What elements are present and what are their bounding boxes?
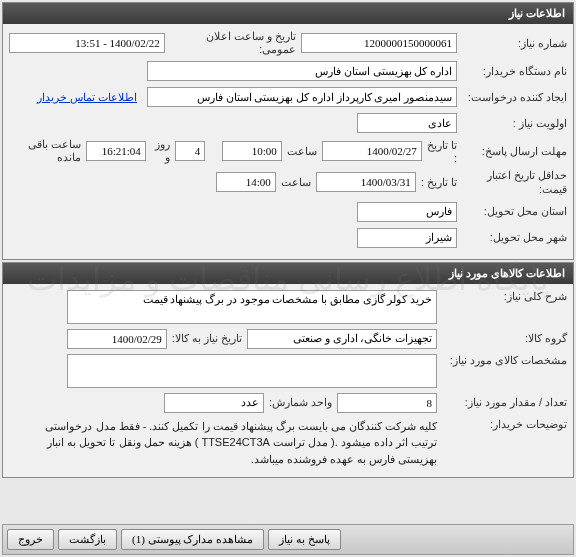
pub-datetime-label: تاریخ و ساعت اعلان عمومی: bbox=[165, 30, 302, 56]
need-date-label: تاریخ نیاز به کالا: bbox=[167, 332, 247, 345]
remaining-time-input[interactable] bbox=[86, 141, 146, 161]
buyer-notes-label: توضیحات خریدار: bbox=[437, 418, 567, 431]
min-valid-label: حداقل تاریخ اعتبار قیمت: bbox=[457, 168, 567, 197]
deadline-date-input[interactable] bbox=[322, 141, 422, 161]
buyer-notes-text: کلیه شرکت کنندگان می بایست برگ پیشنهاد ق… bbox=[37, 418, 437, 468]
need-info-header: اطلاعات نیاز bbox=[3, 3, 573, 24]
goods-group-input[interactable] bbox=[247, 329, 437, 349]
unit-input[interactable] bbox=[164, 393, 264, 413]
need-no-input[interactable] bbox=[301, 33, 457, 53]
buyer-org-label: نام دستگاه خریدار: bbox=[457, 65, 567, 78]
attachments-button[interactable]: مشاهده مدارک پیوستی (1) bbox=[121, 529, 264, 550]
pub-datetime-input[interactable] bbox=[9, 33, 165, 53]
goods-info-header: اطلاعات کالاهای مورد نیاز bbox=[3, 263, 573, 284]
remaining-label: ساعت باقی مانده bbox=[9, 138, 86, 164]
need-info-panel: اطلاعات نیاز شماره نیاز: تاریخ و ساعت اع… bbox=[2, 2, 574, 260]
goods-spec-label: مشخصات کالای مورد نیاز: bbox=[437, 354, 567, 367]
qty-input[interactable] bbox=[337, 393, 437, 413]
need-no-label: شماره نیاز: bbox=[457, 37, 567, 50]
deadline-time-input[interactable] bbox=[222, 141, 282, 161]
min-valid-time-input[interactable] bbox=[216, 172, 276, 192]
goods-spec-input[interactable] bbox=[67, 354, 437, 388]
min-valid-date-input[interactable] bbox=[316, 172, 416, 192]
buyer-org-input[interactable] bbox=[147, 61, 457, 81]
need-date-input[interactable] bbox=[67, 329, 167, 349]
requester-input[interactable] bbox=[147, 87, 457, 107]
general-desc-input[interactable] bbox=[67, 290, 437, 324]
unit-label: واحد شمارش: bbox=[264, 396, 337, 409]
deadline-label: مهلت ارسال پاسخ: bbox=[457, 145, 567, 158]
remaining-days-input[interactable] bbox=[175, 141, 205, 161]
goods-group-label: گروه کالا: bbox=[437, 332, 567, 345]
min-valid-time-label: ساعت bbox=[276, 176, 316, 189]
day-and-label: روز و bbox=[146, 138, 175, 164]
qty-label: تعداد / مقدار مورد نیاز: bbox=[437, 396, 567, 409]
requester-label: ایجاد کننده درخواست: bbox=[457, 91, 567, 104]
reply-button[interactable]: پاسخ به نیاز bbox=[268, 529, 341, 550]
footer-bar: پاسخ به نیاز مشاهده مدارک پیوستی (1) باز… bbox=[2, 524, 574, 555]
goods-info-panel: اطلاعات کالاهای مورد نیاز شرح کلی نیاز: … bbox=[2, 262, 574, 479]
priority-label: اولویت نیاز : bbox=[457, 117, 567, 130]
contact-link[interactable]: اطلاعات تماس خریدار bbox=[37, 91, 137, 104]
back-button[interactable]: بازگشت bbox=[58, 529, 117, 550]
priority-input[interactable] bbox=[357, 113, 457, 133]
general-desc-label: شرح کلی نیاز: bbox=[437, 290, 567, 303]
until-date-label: تا تاریخ : bbox=[422, 139, 457, 164]
delivery-prov-label: استان محل تحویل: bbox=[457, 205, 567, 218]
delivery-city-label: شهر محل تحویل: bbox=[457, 231, 567, 244]
delivery-city-input[interactable] bbox=[357, 228, 457, 248]
exit-button[interactable]: خروج bbox=[7, 529, 54, 550]
deadline-time-label: ساعت bbox=[282, 145, 322, 158]
until-date-label2: تا تاریخ : bbox=[416, 176, 457, 189]
delivery-prov-input[interactable] bbox=[357, 202, 457, 222]
